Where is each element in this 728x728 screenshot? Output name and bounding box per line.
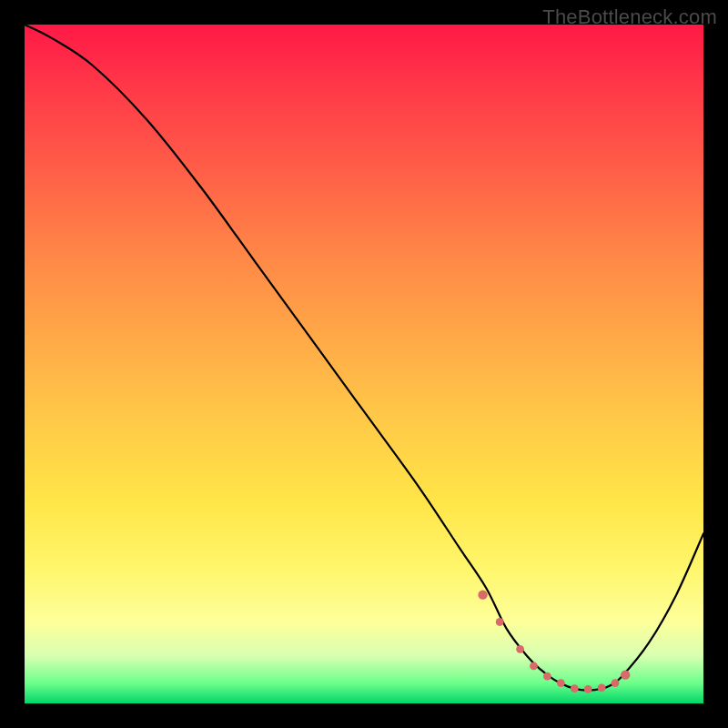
- chart-svg: [25, 25, 703, 703]
- bottleneck-curve: [25, 25, 703, 691]
- optimal-marker: [543, 672, 551, 681]
- optimal-marker: [496, 618, 504, 626]
- optimal-marker: [571, 684, 579, 693]
- plot-area: [25, 25, 703, 703]
- optimal-point-markers: [478, 590, 630, 693]
- optimal-marker: [584, 685, 592, 693]
- optimal-marker: [598, 683, 606, 692]
- optimal-marker: [516, 645, 524, 653]
- watermark-text: TheBottleneck.com: [542, 5, 717, 29]
- optimal-marker: [530, 662, 538, 671]
- optimal-marker: [478, 590, 487, 599]
- chart-frame: TheBottleneck.com: [0, 0, 728, 728]
- optimal-marker: [621, 670, 630, 679]
- optimal-marker: [557, 679, 565, 687]
- optimal-marker: [612, 679, 620, 687]
